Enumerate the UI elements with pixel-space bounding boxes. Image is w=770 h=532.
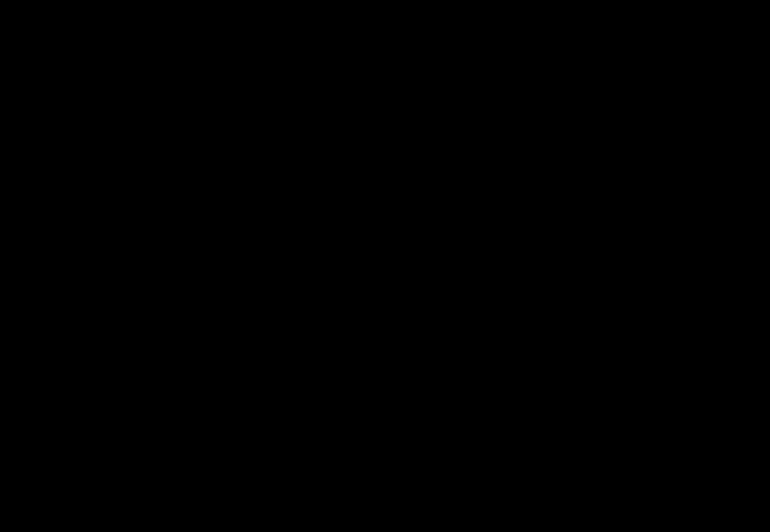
pitch-colorbar: [638, 195, 653, 329]
electron-spectrogram-canvas: [148, 45, 635, 173]
quality-distance-plot-canvas: [148, 371, 635, 521]
pitch-angle-heatmap-canvas: [148, 188, 635, 349]
plot-window: [0, 0, 770, 532]
flux-colorbar: [638, 51, 653, 159]
